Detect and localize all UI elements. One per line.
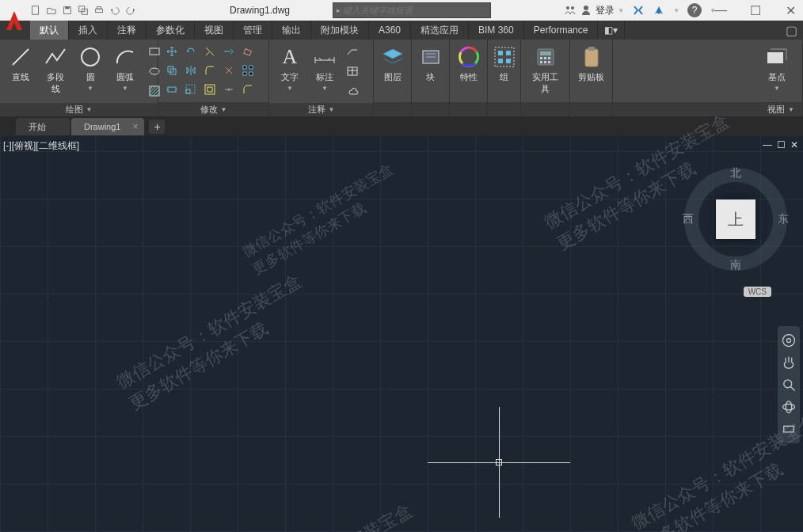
scale-icon[interactable] <box>182 81 200 98</box>
autodesk-icon[interactable] <box>653 4 665 17</box>
qat-redo-icon[interactable] <box>124 3 138 17</box>
canvas-minimize-icon[interactable]: — <box>763 139 772 150</box>
canvas-window-controls: — ☐ ✕ <box>763 139 798 150</box>
viewcube[interactable]: 北 南 西 东 上 <box>684 168 787 271</box>
chamfer-icon[interactable] <box>239 81 257 98</box>
circle-button[interactable]: 圆 ▼ <box>74 43 106 93</box>
erase-icon[interactable] <box>239 43 257 60</box>
qat-print-icon[interactable] <box>92 3 106 17</box>
tab-default[interactable]: 默认 <box>30 21 69 40</box>
new-tab-button[interactable]: + <box>149 120 165 134</box>
app-logo-icon[interactable] <box>2 8 27 33</box>
qat-saveas-icon[interactable] <box>76 3 90 17</box>
tab-extra-icon[interactable]: ◧▾ <box>598 21 625 40</box>
panel-draw-title[interactable]: 绘图▼ <box>0 103 158 116</box>
close-icon[interactable]: × <box>132 121 138 132</box>
basepoint-button[interactable]: 基点 ▼ <box>761 43 793 93</box>
viewcube-south[interactable]: 南 <box>730 258 741 272</box>
nav-zoom-icon[interactable] <box>781 377 797 393</box>
ribbon-minimize-icon[interactable]: ▢ <box>779 21 803 40</box>
table-icon[interactable] <box>344 63 361 80</box>
tab-annotate[interactable]: 注释 <box>108 21 147 40</box>
svg-rect-31 <box>495 48 514 66</box>
search-input[interactable] <box>343 6 487 15</box>
qat-undo-icon[interactable] <box>108 3 122 17</box>
svg-rect-19 <box>249 66 253 69</box>
array-icon[interactable] <box>239 62 257 79</box>
nav-pan-icon[interactable] <box>781 355 797 370</box>
viewcube-top-face[interactable]: 上 <box>716 200 755 239</box>
tab-bim360[interactable]: BIM 360 <box>469 21 524 40</box>
tab-output[interactable]: 输出 <box>272 21 311 40</box>
wcs-badge[interactable]: WCS <box>744 287 771 297</box>
nav-orbit-icon[interactable] <box>781 399 797 415</box>
viewcube-east[interactable]: 东 <box>778 212 789 226</box>
viewcube-west[interactable]: 西 <box>683 212 694 226</box>
leader-icon[interactable] <box>344 43 361 60</box>
arc-button[interactable]: 圆弧 ▼ <box>109 43 141 93</box>
people-icon <box>564 4 577 17</box>
properties-button[interactable]: 特性 <box>453 43 485 85</box>
line-button[interactable]: 直线 <box>5 43 36 85</box>
explode-icon[interactable] <box>220 62 238 79</box>
canvas-close-icon[interactable]: ✕ <box>790 139 798 150</box>
extend-icon[interactable] <box>220 43 238 60</box>
mirror-icon[interactable] <box>182 62 200 79</box>
viewcube-north[interactable]: 北 <box>730 166 741 180</box>
svg-rect-23 <box>186 89 190 93</box>
fillet-icon[interactable] <box>201 62 219 79</box>
exchange-icon[interactable] <box>632 4 645 17</box>
canvas-maximize-icon[interactable]: ☐ <box>777 139 786 150</box>
panel-view-title[interactable]: 视图▼ <box>613 102 802 116</box>
qat-open-icon[interactable] <box>44 3 59 17</box>
trim-icon[interactable] <box>201 43 219 60</box>
move-icon[interactable] <box>163 43 181 60</box>
tab-parametric[interactable]: 参数化 <box>147 21 195 40</box>
nav-wheel-icon[interactable] <box>781 332 797 348</box>
chevron-down-icon: ▼ <box>322 85 328 92</box>
polyline-button[interactable]: 多段线 <box>40 43 71 97</box>
svg-point-47 <box>787 339 791 343</box>
close-button[interactable]: ✕ <box>781 2 800 18</box>
tab-manage[interactable]: 管理 <box>234 21 272 40</box>
file-tab-start[interactable]: 开始 <box>16 118 70 135</box>
maximize-button[interactable]: ☐ <box>746 2 765 18</box>
panel-utilities: 实用工具 <box>521 40 570 116</box>
copy-icon[interactable] <box>163 62 181 79</box>
tab-featured[interactable]: 精选应用 <box>411 21 469 40</box>
search-box[interactable]: ▸ <box>333 2 491 18</box>
offset-icon[interactable] <box>201 81 219 98</box>
tab-performance[interactable]: Performance <box>524 21 599 40</box>
layers-button[interactable]: 图层 <box>377 43 409 85</box>
file-tab-drawing1[interactable]: Drawing1 × <box>71 118 144 135</box>
nav-showmotion-icon[interactable] <box>781 421 797 437</box>
rotate-icon[interactable] <box>182 43 200 60</box>
stretch-icon[interactable] <box>163 81 181 98</box>
panel-annotate-title[interactable]: 注释▼ <box>269 103 373 116</box>
group-button[interactable]: 组 <box>489 43 520 85</box>
viewport-label[interactable]: [-][俯视][二维线框] <box>3 139 79 153</box>
minimize-button[interactable]: — <box>711 2 730 18</box>
dimension-button[interactable]: 标注 ▼ <box>309 43 341 93</box>
qat-new-icon[interactable] <box>29 3 43 17</box>
join-icon[interactable] <box>220 81 238 98</box>
drawing-canvas[interactable]: [-][俯视][二维线框] — ☐ ✕ 北 南 西 东 上 WCS 微信公众号：… <box>0 136 803 532</box>
clipboard-button[interactable]: 剪贴板 <box>575 43 607 85</box>
tab-a360[interactable]: A360 <box>369 21 411 40</box>
tab-view[interactable]: 视图 <box>195 21 234 40</box>
qat-save-icon[interactable] <box>60 3 74 17</box>
svg-point-46 <box>783 335 795 347</box>
block-button[interactable]: 块 <box>415 43 447 85</box>
tab-insert[interactable]: 插入 <box>69 21 108 40</box>
account-button[interactable]: 登录 ▼ <box>564 4 624 17</box>
svg-rect-39 <box>544 57 546 59</box>
panel-modify-title[interactable]: 修改▼ <box>158 102 268 116</box>
cloud-icon[interactable] <box>344 82 361 100</box>
chevron-down-icon[interactable]: ▼ <box>673 7 679 14</box>
help-icon[interactable]: ? <box>687 3 702 17</box>
search-flyout-icon[interactable]: ▸ <box>337 6 341 14</box>
utilities-button[interactable]: 实用工具 <box>526 43 565 97</box>
tab-addins[interactable]: 附加模块 <box>311 21 369 40</box>
text-button[interactable]: A 文字 ▼ <box>274 43 306 93</box>
chevron-down-icon: ▼ <box>774 85 780 92</box>
